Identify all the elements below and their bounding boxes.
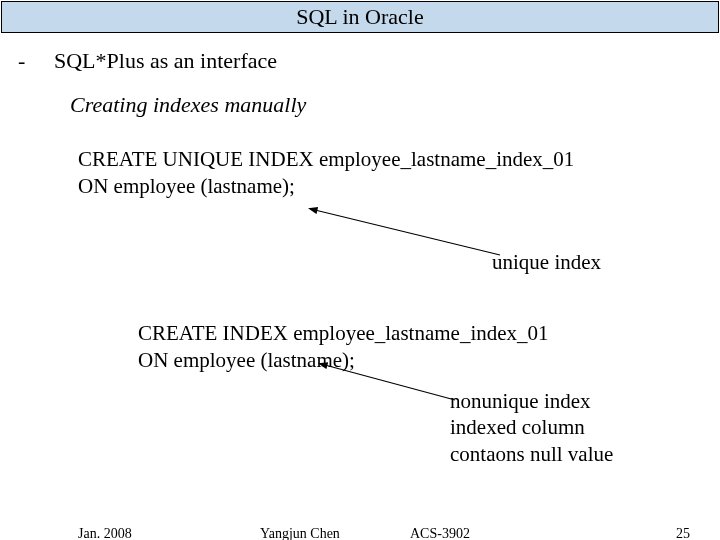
footer-author: Yangjun Chen (260, 526, 340, 540)
footer-page: 25 (676, 526, 690, 540)
footer-date: Jan. 2008 (78, 526, 132, 540)
annotation-nonunique: nonunique index indexed column contaons … (450, 388, 613, 467)
svg-line-1 (325, 365, 455, 400)
annotation2-line3: contaons null value (450, 441, 613, 467)
footer-course: ACS-3902 (410, 526, 470, 540)
annotation2-line1: nonunique index (450, 388, 613, 414)
annotation2-line2: indexed column (450, 414, 613, 440)
